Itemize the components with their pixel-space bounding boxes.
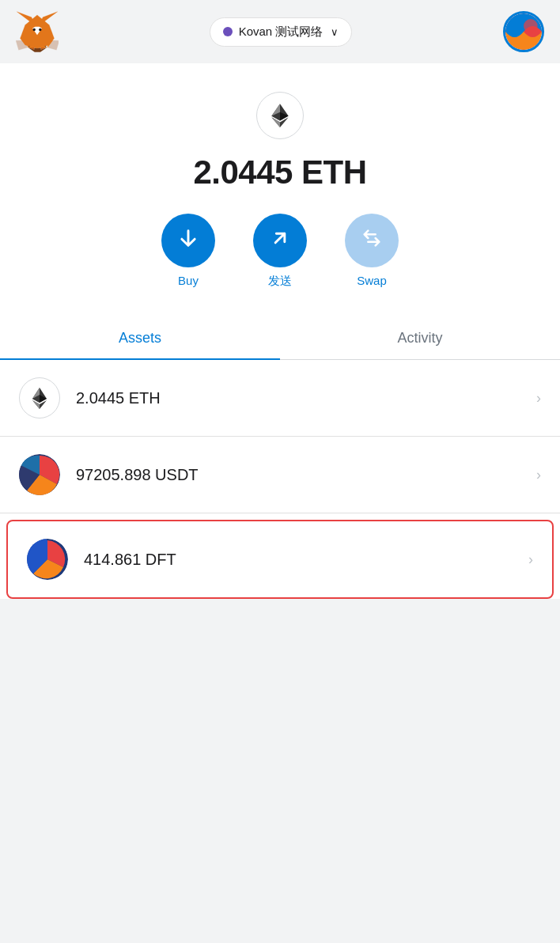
ethereum-logo	[256, 92, 304, 139]
swap-label: Swap	[357, 274, 387, 287]
tabs: Assets Activity	[0, 317, 560, 360]
network-status-dot	[223, 27, 233, 36]
usdt-amount: 97205.898 USDT	[76, 466, 536, 484]
tab-activity[interactable]: Activity	[280, 317, 560, 359]
buy-button[interactable]	[161, 214, 215, 267]
usdt-token-icon	[19, 454, 60, 495]
main-content: 2.0445 ETH Buy 发送	[0, 63, 560, 599]
svg-point-27	[39, 28, 41, 31]
send-button[interactable]	[253, 214, 307, 267]
eth-icon-wrapper	[0, 63, 560, 147]
buy-icon	[177, 227, 199, 255]
network-selector[interactable]: Kovan 测试网络 ∨	[210, 17, 353, 47]
svg-point-29	[524, 19, 538, 33]
swap-icon	[361, 227, 383, 255]
asset-item-usdt[interactable]: 97205.898 USDT ›	[0, 437, 560, 513]
eth-amount: 2.0445 ETH	[76, 389, 536, 407]
send-label: 发送	[268, 274, 292, 289]
dft-amount: 414.861 DFT	[84, 551, 528, 569]
wallet-balance: 2.0445 ETH	[0, 147, 560, 214]
action-buttons: Buy 发送 Swap	[0, 214, 560, 317]
network-name: Kovan 测试网络	[239, 25, 324, 40]
asset-item-dft[interactable]: 414.861 DFT ›	[6, 520, 554, 599]
tab-assets[interactable]: Assets	[0, 317, 280, 359]
eth-chevron-icon: ›	[536, 390, 541, 407]
dft-chevron-icon: ›	[528, 551, 533, 568]
swap-action[interactable]: Swap	[345, 214, 399, 289]
avatar-image	[505, 13, 542, 50]
header: Kovan 测试网络 ∨	[0, 0, 560, 63]
asset-item-eth[interactable]: 2.0445 ETH ›	[0, 360, 560, 437]
avatar[interactable]	[503, 11, 544, 52]
send-icon	[269, 227, 291, 255]
dft-token-icon	[27, 539, 68, 580]
swap-button[interactable]	[345, 214, 399, 267]
chevron-down-icon: ∨	[331, 26, 339, 38]
buy-action[interactable]: Buy	[161, 214, 215, 289]
metamask-logo	[16, 10, 59, 53]
usdt-chevron-icon: ›	[536, 467, 541, 483]
send-action[interactable]: 发送	[253, 214, 307, 289]
asset-list: 2.0445 ETH › 97205.898 USDT ›	[0, 360, 560, 599]
eth-token-icon	[19, 377, 60, 418]
svg-point-26	[33, 28, 36, 31]
buy-label: Buy	[178, 274, 199, 287]
